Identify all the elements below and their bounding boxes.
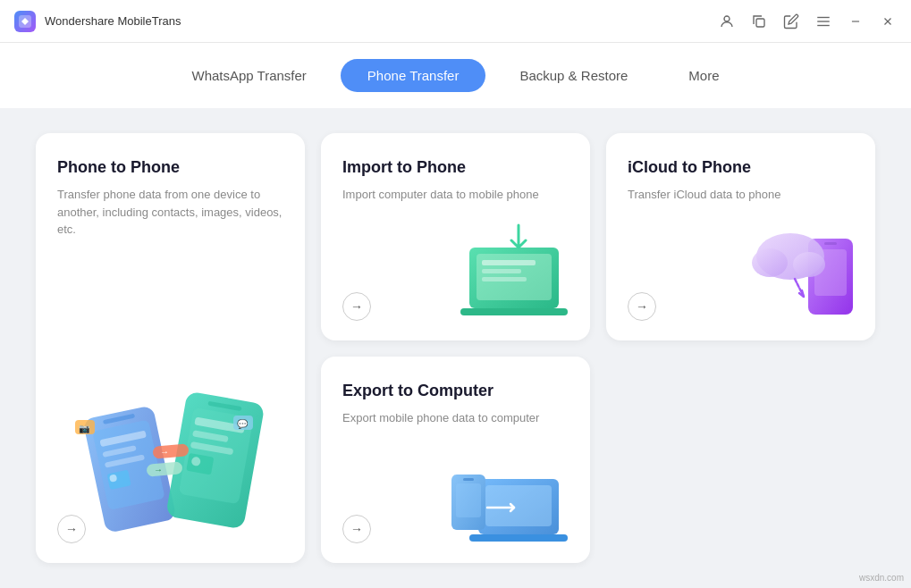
svg-point-43: [752, 248, 788, 277]
svg-rect-35: [460, 308, 568, 315]
svg-point-1: [724, 16, 730, 21]
card-icloud-to-phone[interactable]: iCloud to Phone Transfer iCloud data to …: [606, 133, 875, 340]
svg-text:📷: 📷: [79, 423, 90, 434]
card-export-to-computer[interactable]: Export to Computer Export mobile phone d…: [321, 357, 590, 564]
svg-rect-46: [485, 485, 552, 526]
card-import-arrow[interactable]: →: [342, 292, 371, 321]
card-export-desc: Export mobile phone data to computer: [342, 409, 569, 427]
watermark: wsxdn.com: [859, 573, 904, 583]
svg-text:→: →: [154, 465, 163, 475]
svg-rect-47: [469, 534, 568, 542]
card-icloud-arrow[interactable]: →: [628, 292, 656, 321]
phone-to-phone-illustration: → → 📷 💬: [57, 248, 283, 546]
export-illustration: [443, 443, 581, 554]
edit-icon[interactable]: [782, 13, 800, 30]
card-phone-to-phone-desc: Transfer phone data from one device to a…: [57, 186, 283, 239]
icloud-illustration: [732, 221, 866, 332]
minimize-button[interactable]: [847, 13, 865, 30]
tab-phone-transfer[interactable]: Phone Transfer: [341, 59, 486, 92]
copy-icon[interactable]: [750, 13, 768, 30]
svg-rect-41: [824, 242, 837, 245]
svg-text:→: →: [160, 447, 169, 457]
svg-rect-50: [463, 478, 474, 481]
card-icloud-title: iCloud to Phone: [628, 158, 854, 177]
menu-icon[interactable]: [814, 13, 832, 30]
card-phone-to-phone[interactable]: Phone to Phone Transfer phone data from …: [36, 133, 305, 563]
card-phone-to-phone-title: Phone to Phone: [57, 158, 283, 177]
tab-backup[interactable]: Backup & Restore: [493, 59, 654, 92]
svg-rect-38: [482, 277, 527, 281]
tab-whatsapp[interactable]: WhatsApp Transfer: [164, 59, 333, 92]
svg-text:💬: 💬: [237, 418, 249, 430]
nav-bar: WhatsApp Transfer Phone Transfer Backup …: [0, 43, 911, 108]
titlebar: Wondershare MobileTrans: [0, 0, 911, 43]
window-controls: [718, 13, 897, 30]
app-logo: [14, 11, 36, 32]
svg-rect-49: [456, 483, 481, 517]
main-content: Phone to Phone Transfer phone data from …: [0, 108, 911, 588]
svg-rect-2: [756, 19, 764, 27]
svg-point-44: [793, 252, 825, 277]
card-export-arrow[interactable]: →: [342, 515, 371, 543]
import-illustration: [456, 221, 581, 332]
card-phone-to-phone-arrow[interactable]: →: [57, 515, 86, 543]
card-export-title: Export to Computer: [342, 382, 569, 400]
card-import-title: Import to Phone: [342, 158, 569, 177]
account-icon[interactable]: [718, 13, 736, 30]
app-title: Wondershare MobileTrans: [45, 14, 718, 28]
card-import-to-phone[interactable]: Import to Phone Import computer data to …: [321, 133, 590, 340]
tab-more[interactable]: More: [662, 59, 746, 92]
close-button[interactable]: [879, 13, 897, 30]
svg-rect-36: [482, 260, 536, 265]
card-import-desc: Import computer data to mobile phone: [342, 186, 569, 204]
card-icloud-desc: Transfer iCloud data to phone: [628, 186, 854, 204]
svg-rect-37: [482, 269, 521, 273]
